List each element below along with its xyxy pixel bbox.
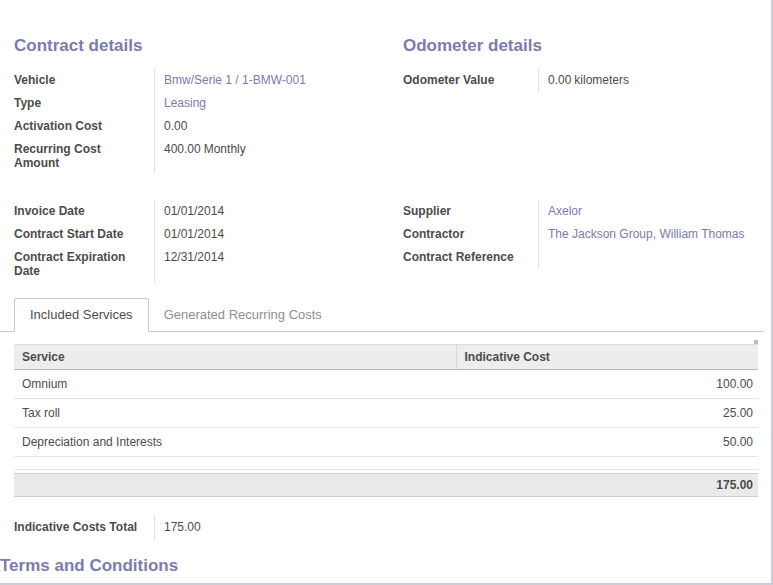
terms-title: Terms and Conditions: [0, 556, 771, 576]
column-header-indicative-cost[interactable]: Indicative Cost: [456, 345, 758, 370]
tab-generated-recurring-costs[interactable]: Generated Recurring Costs: [149, 299, 337, 331]
form-row-1: Contract details Vehicle Bmw/Serie 1 / 1…: [14, 0, 771, 174]
service-cell[interactable]: Tax roll: [14, 399, 456, 428]
tabstrip: Included Services Generated Recurring Co…: [0, 298, 764, 332]
contract-start-date-value: 01/01/2014: [155, 223, 224, 246]
included-services-list: Service Indicative Cost Omnium 100.00 Ta…: [14, 344, 758, 497]
field-activation-cost: Activation Cost 0.00: [14, 115, 403, 138]
supplier-link[interactable]: Axelor: [548, 204, 582, 218]
section-supplier-info: Supplier Axelor Contractor The Jackson G…: [403, 200, 771, 282]
type-label: Type: [14, 92, 155, 115]
contract-details-fields: Vehicle Bmw/Serie 1 / 1-BMW-001 Type Lea…: [14, 69, 403, 174]
service-cell[interactable]: Omnium: [14, 370, 456, 399]
contract-start-date-label: Contract Start Date: [14, 223, 155, 246]
supplier-value: Axelor: [539, 200, 582, 223]
table-header-row: Service Indicative Cost: [14, 345, 758, 370]
invoice-date-label: Invoice Date: [14, 200, 155, 223]
section-costs-total: Indicative Costs Total 175.00: [14, 514, 771, 540]
recurring-cost-amount-number: 400.00: [164, 142, 201, 156]
contractor-value: The Jackson Group, William Thomas: [539, 223, 745, 246]
odometer-unit: kilometers: [574, 73, 629, 87]
cost-cell[interactable]: 25.00: [456, 399, 758, 428]
invoice-date-value: 01/01/2014: [155, 200, 224, 223]
section-contract-dates: Invoice Date 01/01/2014 Contract Start D…: [14, 200, 403, 282]
odometer-number: 0.00: [548, 73, 571, 87]
column-header-service[interactable]: Service: [14, 345, 456, 370]
contract-reference-value[interactable]: [539, 246, 548, 254]
field-type: Type Leasing: [14, 92, 403, 115]
type-value: Leasing: [155, 92, 206, 115]
contract-expiration-date-value: 12/31/2014: [155, 246, 224, 269]
table-total-row: 175.00: [14, 473, 758, 497]
form-row-2: Invoice Date 01/01/2014 Contract Start D…: [14, 200, 771, 282]
vehicle-link[interactable]: Bmw/Serie 1 / 1-BMW-001: [164, 73, 306, 87]
section-contract-details: Contract details Vehicle Bmw/Serie 1 / 1…: [14, 0, 403, 174]
field-odometer-value: Odometer Value 0.00kilometers: [403, 69, 759, 92]
indicative-costs-total-label: Indicative Costs Total: [14, 514, 155, 540]
vehicle-label: Vehicle: [14, 69, 155, 92]
field-recurring-cost-amount: Recurring Cost Amount 400.00Monthly: [14, 138, 403, 174]
vehicle-contract-form: Contract details Vehicle Bmw/Serie 1 / 1…: [0, 0, 773, 585]
activation-cost-label: Activation Cost: [14, 115, 155, 138]
type-link[interactable]: Leasing: [164, 96, 206, 110]
date-fields: Invoice Date 01/01/2014 Contract Start D…: [14, 200, 403, 282]
odometer-fields: Odometer Value 0.00kilometers: [403, 69, 759, 92]
recurring-cost-amount-label: Recurring Cost Amount: [14, 138, 155, 174]
cost-cell[interactable]: 100.00: [456, 370, 758, 399]
notebook: Included Services Generated Recurring Co…: [0, 298, 771, 497]
field-invoice-date: Invoice Date 01/01/2014: [14, 200, 403, 223]
contract-details-title: Contract details: [14, 36, 403, 56]
empty-cell: [14, 457, 758, 470]
activation-cost-value: 0.00: [155, 115, 187, 138]
indicative-costs-total-value: 175.00: [155, 514, 201, 539]
table-total-value: 175.00: [716, 478, 753, 492]
service-cell[interactable]: Depreciation and Interests: [14, 428, 456, 457]
cost-cell[interactable]: 50.00: [456, 428, 758, 457]
field-contract-reference: Contract Reference: [403, 246, 759, 269]
odometer-details-title: Odometer details: [403, 36, 759, 56]
field-indicative-costs-total: Indicative Costs Total 175.00: [14, 514, 771, 540]
contractor-link[interactable]: The Jackson Group, William Thomas: [548, 227, 745, 241]
table-empty-row: [14, 457, 758, 470]
supplier-label: Supplier: [403, 200, 539, 223]
tab-included-services[interactable]: Included Services: [14, 298, 149, 332]
field-vehicle: Vehicle Bmw/Serie 1 / 1-BMW-001: [14, 69, 403, 92]
contract-expiration-date-label: Contract Expiration Date: [14, 246, 155, 282]
table-row[interactable]: Tax roll 25.00: [14, 399, 758, 428]
table-row[interactable]: Depreciation and Interests 50.00: [14, 428, 758, 457]
included-services-table: Service Indicative Cost Omnium 100.00 Ta…: [14, 344, 758, 470]
field-contract-start-date: Contract Start Date 01/01/2014: [14, 223, 403, 246]
field-contractor: Contractor The Jackson Group, William Th…: [403, 223, 759, 246]
recurring-cost-frequency: Monthly: [204, 142, 246, 156]
odometer-value: 0.00kilometers: [539, 69, 629, 92]
field-supplier: Supplier Axelor: [403, 200, 759, 223]
contractor-label: Contractor: [403, 223, 539, 246]
supplier-fields: Supplier Axelor Contractor The Jackson G…: [403, 200, 759, 269]
recurring-cost-amount-value: 400.00Monthly: [155, 138, 246, 161]
contract-reference-label: Contract Reference: [403, 246, 539, 269]
table-row[interactable]: Omnium 100.00: [14, 370, 758, 399]
section-odometer-details: Odometer details Odometer Value 0.00kilo…: [403, 0, 771, 174]
odometer-value-label: Odometer Value: [403, 69, 539, 92]
field-contract-expiration-date: Contract Expiration Date 12/31/2014: [14, 246, 403, 282]
vehicle-value: Bmw/Serie 1 / 1-BMW-001: [155, 69, 306, 92]
column-options-icon[interactable]: [754, 340, 758, 344]
